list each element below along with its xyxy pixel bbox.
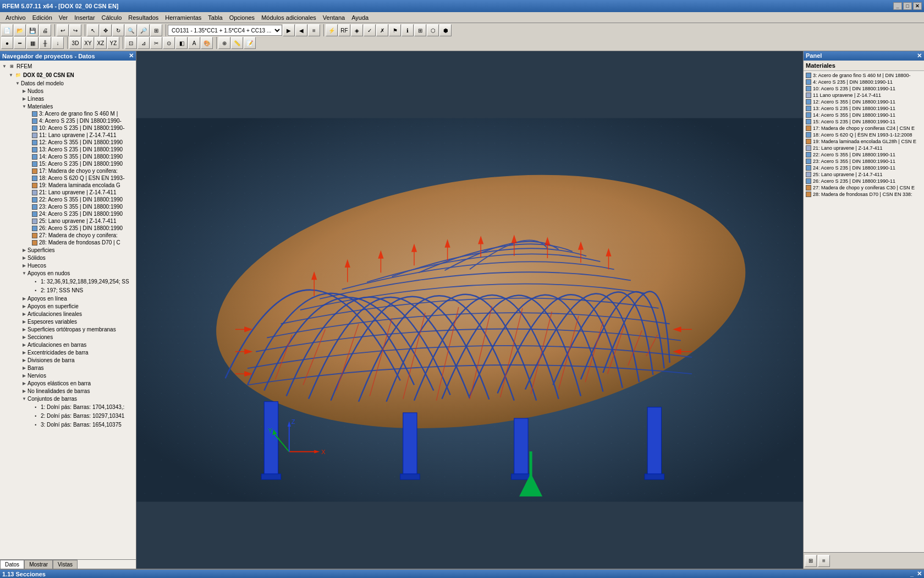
tb-print[interactable]: 🖨 [39,24,51,36]
tb-surface[interactable]: ▦ [26,37,38,49]
tb-clip[interactable]: ✂ [150,37,162,49]
expand-nonlinear[interactable]: ▶ [21,388,28,394]
tb-persp[interactable]: ⊿ [138,37,150,49]
tree-mat-item[interactable]: 28: Madera de frondosas D70 | C [1,239,135,246]
tree-mat-item[interactable]: 18: Acero S 620 Q | ESN EN 1993- [1,175,135,182]
tree-mat-item[interactable]: 12: Acero S 355 | DIN 18800:1990 [1,139,135,146]
expand-var-thick[interactable]: ▶ [21,318,28,325]
panel-btn-2[interactable]: ≡ [818,555,830,567]
expand-materials[interactable]: ▼ [21,103,28,110]
tree-support1[interactable]: ▪ 1: 32,36,91,92,188,199,249,254; SS [1,277,135,286]
expand-supports-nodes[interactable]: ▼ [21,270,28,276]
lbtab-datos[interactable]: Datos [0,560,24,569]
minimize-button[interactable]: _ [893,2,902,10]
expand-sections[interactable]: ▶ [21,334,28,340]
tb-view-xz[interactable]: XZ [95,37,107,49]
expand-supports-line[interactable]: ▶ [21,295,28,302]
tree-support2[interactable]: ▪ 2: 197; SSS NNS [1,286,135,295]
menu-resultados[interactable]: Resultados [125,14,162,21]
tb-rf[interactable]: RF [338,24,350,36]
tb-snap[interactable]: ⊕ [218,37,230,49]
tree-nodes[interactable]: ▶ Nudos [1,87,135,95]
menu-tabla[interactable]: Tabla [205,14,226,21]
tree-bar-div[interactable]: ▶ Divisiones de barra [1,356,135,364]
tree-materials[interactable]: ▼ Materiales [1,102,135,110]
expand-solids[interactable]: ▶ [21,254,28,261]
expand-nodes[interactable]: ▶ [21,88,28,94]
tree-bar-sets[interactable]: ▼ Conjuntos de barras [1,395,135,402]
tb-open[interactable]: 📂 [14,24,26,36]
tree-bars[interactable]: ▶ Barras [1,364,135,372]
tree-mat-item[interactable]: 11: Lano upravene | Z-14.7-411 [1,132,135,139]
tb-move[interactable]: ✥ [100,24,112,36]
combo-load-case[interactable]: CO131 - 1.35*CC1 + 1.5*CC4 + CC13 ... [168,25,282,36]
tb-zoom-in[interactable]: 🔍 [125,24,137,36]
tree-sections[interactable]: ▶ Secciones [1,333,135,341]
tree-rfem[interactable]: ▼ ⊞ RFEM [1,62,135,70]
tree-bar-artic[interactable]: ▶ Articulaciones en barras [1,341,135,348]
tb-grid[interactable]: ⊞ [414,24,426,36]
tb-select[interactable]: ↖ [87,24,99,36]
tb-node[interactable]: ● [1,37,13,49]
tb-zoom-out[interactable]: 🔎 [138,24,150,36]
tree-barset1[interactable]: ▪ 1: Dolní pás: Barras: 1704,10343,: [1,402,135,411]
tb-bg[interactable]: ◧ [175,37,188,49]
tree-project[interactable]: ▼ 📁 DOX 02_00 CSN EN [1,70,135,79]
tree-mat-item[interactable]: 10: Acero S 235 | DIN 18800:1990- [1,124,135,132]
tree-mat-item[interactable]: 3: Acero de grano fino S 460 M | [1,110,135,117]
expand-elastic-supports[interactable]: ▶ [21,380,28,386]
expand-nerves[interactable]: ▶ [21,372,28,379]
tb-results[interactable]: ≡ [308,24,320,36]
tb-zoom-all[interactable]: ⊞ [150,24,162,36]
tree-mat-item[interactable]: 14: Acero S 355 | DIN 18800:1990 [1,153,135,160]
tb-iso[interactable]: ⊡ [125,37,137,49]
tb-redo[interactable]: ↪ [69,24,81,36]
expand-bar-ecc[interactable]: ▶ [21,349,28,356]
tb-check[interactable]: ✓ [364,24,376,36]
expand-ortho[interactable]: ▶ [21,326,28,332]
expand-bars[interactable]: ▶ [21,364,28,371]
expand-bar-sets[interactable]: ▼ [21,395,28,402]
tree-mat-item[interactable]: 17: Madera de choyo y conifera: [1,167,135,175]
menu-insertar[interactable]: Insertar [71,14,98,21]
tree-mat-item[interactable]: 21: Lano upravene | Z-14.7-411 [1,189,135,196]
tb-line[interactable]: ━ [14,37,26,49]
tree-mat-item[interactable]: 25: Lano upravene | Z-14.7-411 [1,217,135,225]
tree-nonlinear[interactable]: ▶ No linealidades de barras [1,387,135,395]
tb-calc[interactable]: ⚡ [326,24,338,36]
expand-bar-div[interactable]: ▶ [21,357,28,363]
menu-modulos[interactable]: Módulos adicionales [258,14,320,21]
tree-supports-nodes[interactable]: ▼ Apoyos en nudos [1,269,135,277]
expand-supports-surface[interactable]: ▶ [21,303,28,309]
bottom-panel-minimize[interactable]: _ [910,570,914,577]
tree-nerves[interactable]: ▶ Nervios [1,372,135,379]
tree-mat-item[interactable]: 23: Acero S 355 | DIN 18800:1990 [1,203,135,210]
tb-x[interactable]: ✗ [376,24,388,36]
tb-undo[interactable]: ↩ [57,24,69,36]
lbtab-vistas[interactable]: Vistas [53,560,78,569]
tb-solid[interactable]: ⬢ [439,24,452,36]
tb-colors[interactable]: 🎨 [201,37,213,49]
left-panel-close[interactable]: ✕ [129,52,134,59]
tb-wire[interactable]: ⬡ [427,24,439,36]
tb-view-3d[interactable]: 3D [69,37,81,49]
tb-play[interactable]: ▶ [283,24,295,36]
menu-edicion[interactable]: Edición [29,14,56,21]
tb-labels[interactable]: A [188,37,200,49]
tree-solids[interactable]: ▶ Sólidos [1,254,135,261]
tree-barset2[interactable]: ▪ 2: Dolní pás: Barras: 10297,10341 [1,411,135,420]
tree-holes[interactable]: ▶ Huecos [1,261,135,269]
tb-member[interactable]: ╫ [39,37,51,49]
tb-flag[interactable]: ⚑ [389,24,401,36]
tb-rotate[interactable]: ↻ [112,24,124,36]
tree-modeldata[interactable]: ▼ Datos del modelo [1,79,135,87]
tree-area[interactable]: ▼ ⊞ RFEM ▼ 📁 DOX 02_00 CSN EN ▼ Datos de… [0,61,136,559]
tree-var-thick[interactable]: ▶ Espesores variables [1,318,135,325]
right-panel-close[interactable]: ✕ [917,52,922,59]
tree-mat-item[interactable]: 26: Acero S 235 | DIN 18800:1990 [1,225,135,232]
tree-mat-item[interactable]: 15: Acero S 235 | DIN 18800:1990 [1,160,135,167]
menu-archivo[interactable]: Archivo [2,14,29,21]
expand-lines[interactable]: ▶ [21,95,28,102]
tb-view-yz[interactable]: YZ [107,37,119,49]
viewport[interactable]: X Y Z [136,51,803,569]
